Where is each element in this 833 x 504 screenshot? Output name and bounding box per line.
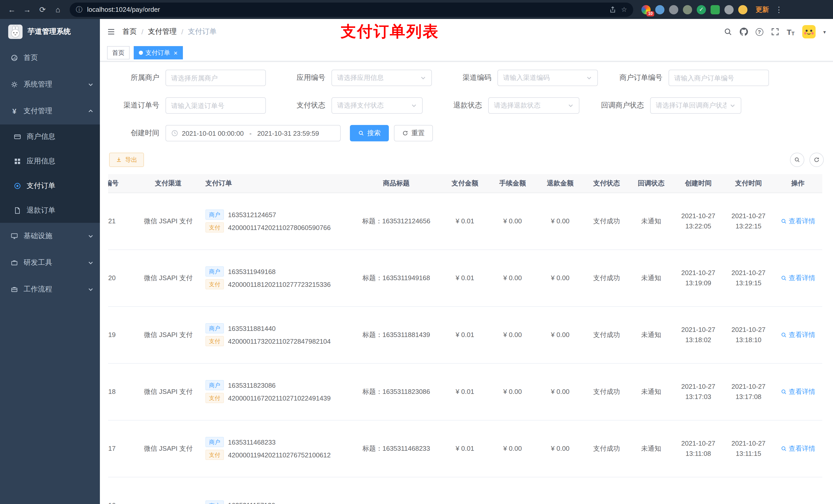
avatar[interactable] [802, 25, 815, 39]
rabbit-logo-icon [8, 25, 23, 39]
merchant-input[interactable] [171, 74, 260, 82]
create-time-range-picker[interactable]: 2021-10-01 00:00:00 - 2021-10-31 23:59:5… [165, 125, 341, 141]
sidebar: 芋道管理系统 首页 系统管理 ¥ 支付管理 商户信息 [0, 19, 100, 504]
sidebar-item-infra[interactable]: 基础设施 [0, 223, 100, 249]
refund-status-select[interactable]: 请选择退款状态 [488, 97, 579, 114]
tag-home[interactable]: 首页 [107, 46, 129, 59]
screen: ← → ⟳ ⌂ ⓘ localhost:1024/pay/order ☆ 10 … [0, 0, 833, 504]
sidebar-item-refund-order[interactable]: 退款订单 [0, 198, 100, 223]
tag-pay-order[interactable]: 支付订单 × [134, 46, 183, 59]
cell-order: 商户1635311949168 支付4200001181202110277723… [200, 249, 352, 306]
channel-order-no-field[interactable] [165, 97, 266, 114]
view-detail-link[interactable]: 查看详情 [781, 330, 815, 339]
extension-icon-5[interactable]: ✓ [697, 5, 706, 14]
channel-order-no-input[interactable] [171, 102, 260, 110]
col-order: 支付订单 [200, 174, 352, 193]
share-icon[interactable] [610, 6, 617, 13]
breadcrumb-separator: / [141, 28, 143, 36]
view-detail-link[interactable]: 查看详情 [781, 273, 815, 283]
view-detail-link[interactable]: 查看详情 [781, 387, 815, 396]
cell-refund: ¥ 0.00 [537, 193, 584, 249]
github-icon[interactable] [739, 28, 748, 36]
url-text[interactable]: localhost:1024/pay/order [87, 6, 605, 13]
pay-badge: 支付 [206, 279, 224, 289]
cell-pay-time: 2021-10-2713:11:15 [723, 420, 774, 477]
page-content: 所属商户 应用编号 请选择应用信息 渠道编码 [100, 62, 833, 504]
tags-view-bar: 首页 支付订单 × [100, 45, 833, 62]
gear-icon [10, 81, 19, 88]
cell-order: 商户1635312124657 支付4200001174202110278060… [200, 193, 352, 249]
table-row: 18 微信 JSAPI 支付 商户1635311823086 支付4200001… [108, 363, 822, 420]
cell-id: 19 [108, 306, 136, 363]
browser-reload-button[interactable]: ⟳ [36, 3, 49, 16]
sidebar-item-label: 系统管理 [24, 80, 52, 89]
extension-icon-3[interactable] [669, 5, 678, 14]
notify-status-select[interactable]: 请选择订单回调商户状态 [650, 97, 741, 114]
chevron-down-icon [730, 102, 736, 109]
cell-create-time: 2021-10-2713:11:08 [673, 420, 723, 477]
channel-code-select[interactable]: 请输入渠道编码 [497, 70, 598, 86]
cell-amount: ¥ 0.01 [441, 420, 489, 477]
breadcrumb-home[interactable]: 首页 [122, 27, 137, 37]
browser-menu-icon[interactable]: ⋮ [775, 5, 783, 14]
search-icon[interactable] [723, 28, 732, 36]
sidebar-item-app-info[interactable]: 应用信息 [0, 149, 100, 174]
extension-icon-1[interactable]: 10 [641, 5, 651, 14]
table-row: 21 微信 JSAPI 支付 商户1635312124657 支付4200001… [108, 193, 822, 249]
cell-status: 支付成功 [584, 420, 629, 477]
app-no-select[interactable]: 请选择应用信息 [331, 70, 432, 86]
merchant-select[interactable] [165, 70, 266, 86]
sidebar-item-merchant-info[interactable]: 商户信息 [0, 124, 100, 149]
view-detail-link[interactable]: 查看详情 [781, 444, 815, 453]
merchant-order-no: 1635311949168 [228, 268, 276, 275]
export-button[interactable]: 导出 [109, 153, 144, 167]
sidebar-item-payment[interactable]: ¥ 支付管理 [0, 98, 100, 124]
pay-status-select[interactable]: 请选择支付状态 [331, 97, 423, 114]
merchant-order-no-field[interactable] [669, 70, 769, 86]
fullscreen-icon[interactable] [771, 28, 779, 36]
cell-pay-time: 2021-10-2713:19:15 [723, 249, 774, 306]
pin-extension-icon[interactable] [724, 5, 734, 14]
browser-back-button[interactable]: ← [5, 3, 19, 16]
browser-home-button[interactable]: ⌂ [51, 3, 65, 16]
sidebar-toggle-icon[interactable] [107, 28, 115, 36]
merchant-order-no-input[interactable] [674, 74, 763, 82]
toolbox-icon [10, 259, 19, 266]
extension-icon-6[interactable] [711, 5, 720, 14]
chevron-down-icon[interactable]: ▾ [823, 29, 826, 34]
browser-forward-button[interactable]: → [21, 3, 34, 16]
close-icon[interactable]: × [174, 49, 177, 56]
cell-order: 商户1635311881440 支付4200001173202110272847… [200, 306, 352, 363]
cell-fee: ¥ 0.00 [489, 420, 537, 477]
table-row: 16 商户1635311157126 [108, 477, 822, 504]
help-icon[interactable]: ? [755, 28, 763, 35]
reset-button[interactable]: 重置 [394, 125, 433, 141]
sidebar-item-pay-order[interactable]: 支付订单 [0, 174, 100, 198]
pay-order-no: 4200001181202110277723215336 [228, 281, 331, 288]
toggle-search-button[interactable] [790, 153, 804, 167]
sidebar-item-workflow[interactable]: 工作流程 [0, 276, 100, 303]
cell-notify: 未通知 [629, 193, 673, 249]
address-bar[interactable]: ⓘ localhost:1024/pay/order ☆ [70, 2, 633, 17]
sidebar-item-dev-tools[interactable]: 研发工具 [0, 249, 100, 276]
merchant-order-no: 1635311468233 [228, 438, 276, 446]
browser-update-button[interactable]: 更新 [756, 5, 769, 14]
page-title: 支付订单列表 [341, 21, 439, 42]
extension-icon-4[interactable] [683, 5, 692, 14]
breadcrumb-section[interactable]: 支付管理 [148, 27, 177, 37]
font-size-icon[interactable]: TT [787, 27, 794, 36]
col-id: 编号 [108, 174, 136, 193]
sidebar-item-system[interactable]: 系统管理 [0, 71, 100, 98]
extension-icon-2[interactable] [655, 5, 664, 14]
pay-order-no: 4200001173202110272847982104 [228, 337, 331, 345]
sidebar-item-home[interactable]: 首页 [0, 45, 100, 71]
refresh-button[interactable] [809, 153, 824, 167]
sidebar-item-label: 首页 [24, 53, 38, 63]
search-button[interactable]: 搜索 [350, 125, 389, 141]
view-detail-link[interactable]: 查看详情 [781, 216, 815, 225]
cell-channel: 微信 JSAPI 支付 [136, 363, 200, 420]
site-info-icon[interactable]: ⓘ [76, 5, 82, 14]
bookmark-star-icon[interactable]: ☆ [621, 6, 627, 13]
avatar-extension-icon[interactable] [738, 5, 747, 14]
cell-refund: ¥ 0.00 [537, 306, 584, 363]
